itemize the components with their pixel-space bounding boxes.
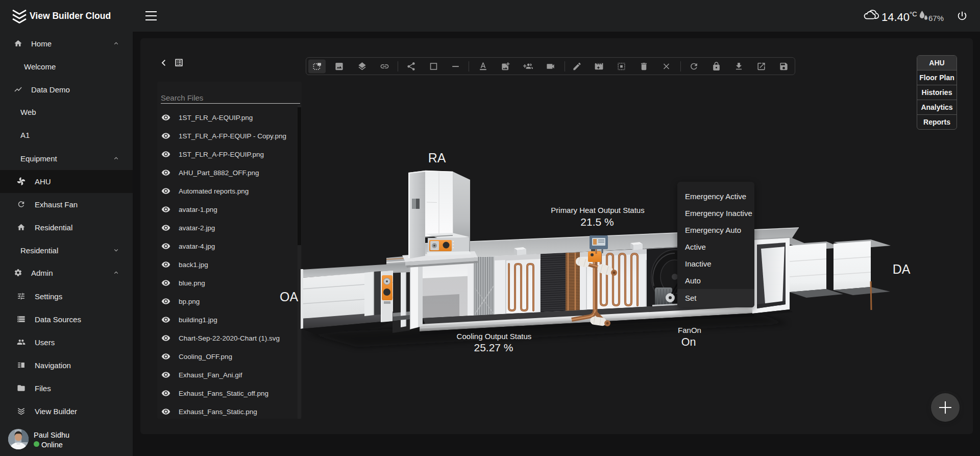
svg-text:FanOn: FanOn (678, 326, 701, 334)
svg-text:Primary Heat Output Status: Primary Heat Output Status (551, 206, 644, 214)
svg-text:OA: OA (280, 290, 298, 304)
svg-text:On: On (681, 336, 696, 348)
svg-text:RA: RA (428, 151, 446, 165)
svg-text:25.27 %: 25.27 % (474, 342, 513, 353)
svg-text:DA: DA (893, 262, 911, 276)
svg-text:Cooling Output Status: Cooling Output Status (457, 332, 532, 341)
svg-text:21.5 %: 21.5 % (580, 216, 614, 228)
